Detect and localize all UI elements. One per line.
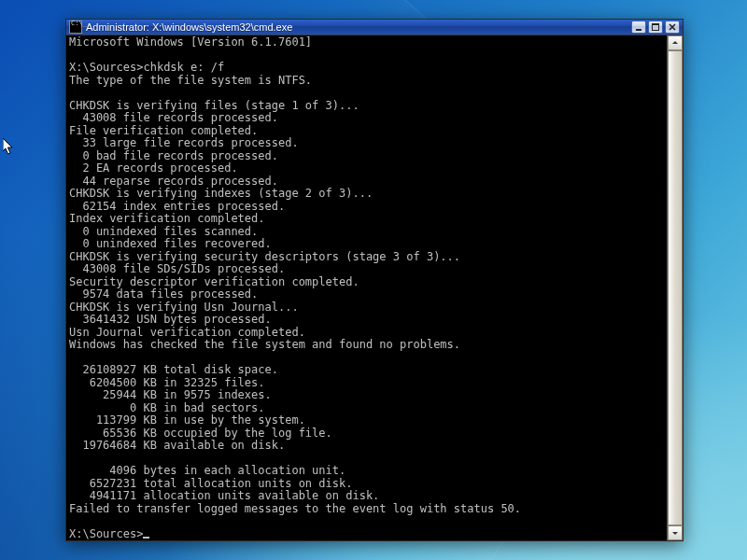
scrollbar-thumb[interactable]: [668, 50, 683, 525]
window-controls: [631, 21, 680, 34]
mouse-cursor-icon: [3, 138, 14, 156]
cmd-icon: [69, 21, 82, 34]
svg-rect-2: [652, 23, 659, 25]
close-button[interactable]: [665, 21, 680, 34]
maximize-button[interactable]: [648, 21, 663, 34]
chevron-down-icon: [671, 529, 679, 537]
console-client-area: Microsoft Windows [Version 6.1.7601] X:\…: [66, 35, 683, 540]
scroll-up-button[interactable]: [668, 35, 683, 50]
scroll-down-button[interactable]: [668, 525, 683, 540]
maximize-icon: [652, 23, 659, 31]
minimize-button[interactable]: [631, 21, 646, 34]
vertical-scrollbar[interactable]: [667, 35, 683, 540]
scrollbar-track[interactable]: [668, 50, 683, 525]
text-cursor: [143, 537, 149, 539]
close-icon: [669, 23, 676, 31]
chevron-up-icon: [671, 39, 679, 47]
window-title: Administrator: X:\windows\system32\cmd.e…: [86, 21, 631, 33]
svg-rect-0: [636, 29, 641, 31]
minimize-icon: [635, 23, 642, 31]
titlebar[interactable]: Administrator: X:\windows\system32\cmd.e…: [66, 20, 683, 35]
console-output[interactable]: Microsoft Windows [Version 6.1.7601] X:\…: [66, 35, 667, 540]
desktop-background: Administrator: X:\windows\system32\cmd.e…: [0, 0, 747, 560]
cmd-window: Administrator: X:\windows\system32\cmd.e…: [65, 19, 684, 541]
